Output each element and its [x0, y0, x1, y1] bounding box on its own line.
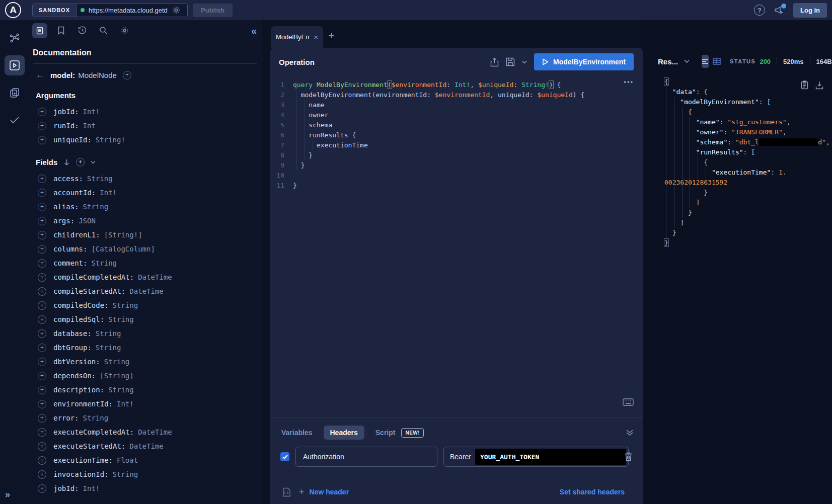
documentation-tab-icon[interactable] — [32, 23, 47, 38]
field-row[interactable]: +error:String — [38, 411, 257, 425]
field-row[interactable]: +description:String — [38, 383, 257, 397]
add-field-icon[interactable]: + — [38, 108, 46, 116]
field-row[interactable]: +dependsOn:[String] — [38, 369, 257, 383]
docs-type-name[interactable]: ModelNode — [78, 71, 117, 79]
field-row[interactable]: +executeStartedAt:DateTime — [38, 439, 257, 453]
save-icon[interactable] — [506, 57, 515, 66]
field-row[interactable]: +compileCompletedAt:DateTime — [38, 270, 257, 284]
add-field-icon[interactable]: + — [38, 245, 46, 254]
new-tab-icon[interactable]: + — [328, 29, 335, 42]
run-operation-button[interactable]: ModelByEnvironment — [534, 53, 634, 70]
add-field-icon[interactable]: + — [38, 358, 46, 366]
field-row[interactable]: +executeCompletedAt:DateTime — [38, 425, 257, 439]
add-field-icon[interactable]: + — [38, 136, 46, 144]
add-field-icon[interactable]: + — [38, 428, 46, 437]
add-field-icon[interactable]: + — [38, 470, 46, 479]
share-icon[interactable] — [490, 57, 499, 67]
field-row[interactable]: +executionTime:Float — [38, 453, 257, 467]
field-row[interactable]: +jobId:Int! — [38, 481, 257, 495]
response-json[interactable]: { "data": { "modelByEnvironment": [ { "n… — [664, 73, 832, 504]
add-field-icon[interactable]: + — [38, 175, 46, 183]
argument-row[interactable]: +runId:Int — [38, 119, 257, 133]
query-editor[interactable]: 1query ModelByEnvironment($environmentId… — [270, 76, 643, 191]
publish-button[interactable]: Publish — [193, 4, 233, 17]
field-row[interactable]: +alias:String — [38, 200, 257, 214]
new-header-button[interactable]: + New header — [299, 487, 349, 497]
field-row[interactable]: +comment:String — [38, 256, 257, 270]
operation-tab[interactable]: ModelByEnvi... × — [271, 26, 323, 48]
field-row[interactable]: +database:String — [38, 326, 257, 341]
add-field-icon[interactable]: + — [38, 259, 46, 268]
endpoint-url-field[interactable]: https://metadata.cloud.getd — [77, 4, 187, 17]
collapse-request-panel-icon[interactable] — [626, 429, 634, 436]
add-field-icon[interactable]: + — [38, 231, 46, 239]
add-field-icon[interactable]: + — [38, 344, 46, 352]
header-value-input[interactable]: Bearer YOUR_AUTH_TOKEN — [443, 447, 629, 467]
bookmark-icon[interactable] — [53, 23, 68, 38]
tab-headers[interactable]: Headers — [324, 426, 364, 440]
endpoint-settings-gear-icon[interactable] — [172, 6, 180, 14]
field-row[interactable]: +args:JSON — [38, 214, 257, 228]
add-field-icon[interactable]: + — [38, 372, 46, 380]
header-key-input[interactable] — [295, 447, 437, 467]
add-type-icon[interactable]: + — [123, 71, 131, 79]
field-row[interactable]: +childrenL1:[String!] — [38, 228, 257, 242]
add-field-icon[interactable]: + — [38, 329, 46, 338]
field-row[interactable]: +compileStartedAt:DateTime — [38, 284, 257, 298]
argument-row[interactable]: +uniqueId:String! — [38, 133, 257, 147]
add-field-icon[interactable]: + — [38, 301, 46, 310]
announcements-megaphone-icon[interactable] — [774, 6, 784, 15]
explorer-nav-icon[interactable] — [5, 55, 25, 75]
add-field-icon[interactable]: + — [38, 400, 46, 408]
field-row[interactable]: +environmentId:Int! — [38, 397, 257, 411]
collapse-docs-icon[interactable]: « — [251, 26, 257, 36]
argument-row[interactable]: +jobId:Int! — [38, 105, 257, 119]
add-field-icon[interactable]: + — [38, 189, 46, 197]
checks-icon[interactable] — [5, 110, 25, 130]
search-icon[interactable] — [96, 23, 111, 38]
tab-variables[interactable]: Variables — [281, 429, 313, 437]
add-field-icon[interactable]: + — [38, 217, 46, 225]
history-icon[interactable] — [74, 23, 90, 38]
raw-view-toggle-icon[interactable] — [702, 55, 709, 68]
field-row[interactable]: +compiledSql:String — [38, 312, 257, 326]
add-field-icon[interactable]: + — [38, 203, 46, 211]
add-field-icon[interactable]: + — [38, 484, 46, 493]
add-field-icon[interactable]: + — [38, 122, 46, 130]
field-row[interactable]: +accountId:Int! — [38, 186, 257, 200]
field-row[interactable]: +access:String — [38, 172, 257, 186]
add-field-icon[interactable]: + — [38, 273, 46, 282]
add-field-icon[interactable]: + — [38, 386, 46, 394]
add-field-icon[interactable]: + — [38, 442, 46, 451]
save-menu-chevron-icon[interactable] — [522, 60, 527, 64]
field-row[interactable]: +columns:[CatalogColumn] — [38, 242, 257, 256]
response-menu-chevron-icon[interactable] — [684, 59, 690, 63]
env-variables-icon[interactable] — [282, 487, 291, 497]
add-field-icon[interactable]: + — [38, 456, 46, 465]
keyboard-shortcuts-icon[interactable] — [623, 398, 634, 406]
fields-menu-chevron-icon[interactable] — [91, 160, 96, 164]
editor-more-menu-icon[interactable]: ••• — [624, 78, 634, 86]
collections-icon[interactable] — [5, 82, 25, 103]
sort-fields-icon[interactable] — [63, 159, 70, 166]
delete-header-icon[interactable] — [624, 452, 633, 461]
field-row[interactable]: +invocationId:String — [38, 467, 257, 481]
field-row[interactable]: +compiledCode:String — [38, 298, 257, 312]
settings-gear-icon[interactable] — [117, 23, 132, 38]
add-all-fields-icon[interactable]: + — [76, 158, 85, 166]
login-button[interactable]: Log in — [793, 3, 827, 18]
header-enabled-checkbox[interactable] — [280, 452, 289, 461]
auth-token-value[interactable]: YOUR_AUTH_TOKEN — [475, 449, 626, 465]
expand-rail-icon[interactable]: » — [5, 489, 10, 500]
tab-script[interactable]: Script — [375, 429, 396, 437]
add-field-icon[interactable]: + — [38, 287, 46, 296]
table-view-toggle-icon[interactable] — [713, 55, 721, 68]
schema-graph-icon[interactable] — [5, 28, 25, 48]
field-row[interactable]: +dbtVersion:String — [38, 355, 257, 369]
add-field-icon[interactable]: + — [38, 315, 46, 324]
back-arrow-icon[interactable]: ← — [36, 70, 44, 80]
close-tab-icon[interactable]: × — [314, 33, 318, 41]
set-shared-headers-button[interactable]: Set shared headers — [560, 488, 625, 496]
add-field-icon[interactable]: + — [38, 414, 46, 423]
help-icon[interactable]: ? — [754, 5, 765, 16]
